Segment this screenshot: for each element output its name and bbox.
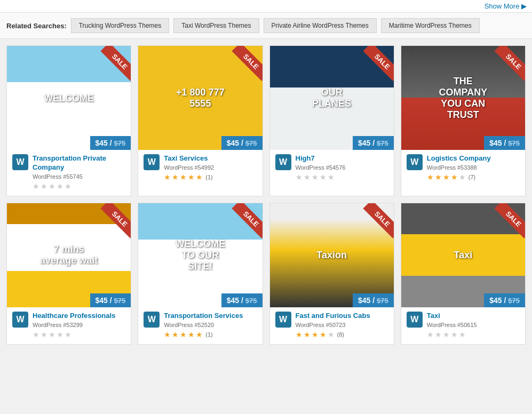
theme-card-card-6: WELCOME TO OUR SITE! $45 / $75 W Transpo… xyxy=(138,203,263,345)
original-price: $75 xyxy=(245,297,257,305)
star-4: ★ xyxy=(320,330,327,339)
card-title-link[interactable]: Taxi xyxy=(427,312,520,321)
theme-card-card-4: THE COMPANY YOU CAN TRUST $45 / $75 W Lo… xyxy=(401,45,526,196)
card-thumbnail[interactable]: +1 800 777 5555 $45 / $75 xyxy=(138,46,262,150)
review-count: (1) xyxy=(205,331,212,338)
card-title-link[interactable]: Logistics Company xyxy=(427,154,520,163)
card-thumbnail[interactable]: WELCOME TO OUR SITE! $45 / $75 xyxy=(138,203,262,307)
star-rating: ★★★★★ (7) xyxy=(427,173,520,181)
sale-price: $45 xyxy=(227,139,239,147)
search-tag-0[interactable]: Trucking WordPress Themes xyxy=(71,18,170,33)
star-rating: ★★★★★ xyxy=(33,330,125,339)
wordpress-icon: W xyxy=(144,312,160,328)
search-tag-3[interactable]: Maritime WordPress Themes xyxy=(381,18,480,33)
search-tag-2[interactable]: Private Airline WordPress Themes xyxy=(264,18,377,33)
wordpress-icon: W xyxy=(407,154,423,170)
theme-card-card-1: WELCOME $45 / $75 W Transportation Priva… xyxy=(6,45,131,196)
star-1: ★ xyxy=(164,330,171,339)
original-price: $75 xyxy=(377,297,388,305)
card-info: W Taxi WordPress #50615 ★★★★★ xyxy=(401,307,525,344)
original-price: $75 xyxy=(377,139,388,147)
card-meta: Logistics Company WordPress #53388 ★★★★★… xyxy=(427,154,520,181)
star-4: ★ xyxy=(451,330,458,339)
star-3: ★ xyxy=(180,330,187,339)
card-thumbnail[interactable]: Taxi $45 / $75 xyxy=(401,203,525,307)
price-separator: / xyxy=(110,139,114,147)
sale-price: $45 xyxy=(489,139,502,147)
wordpress-icon: W xyxy=(12,154,28,170)
price-tag: $45 / $75 xyxy=(90,136,131,150)
card-meta: Transportation Private Company WordPress… xyxy=(33,154,125,190)
star-5: ★ xyxy=(196,330,203,339)
card-info: W Logistics Company WordPress #53388 ★★★… xyxy=(401,150,525,187)
card-subtitle: WordPress #54992 xyxy=(164,164,257,171)
star-3: ★ xyxy=(312,330,319,339)
star-3: ★ xyxy=(49,330,55,339)
show-more-label: Show More xyxy=(485,2,520,10)
star-4: ★ xyxy=(188,173,195,181)
card-title-link[interactable]: Transportation Private Company xyxy=(33,154,125,172)
star-2: ★ xyxy=(172,173,179,181)
card-thumbnail[interactable]: 7 mins average wait $45 / $75 xyxy=(7,203,131,307)
show-more-link[interactable]: Show More ▶ xyxy=(485,2,527,10)
original-price: $75 xyxy=(114,297,126,305)
card-title-link[interactable]: High7 xyxy=(296,154,388,163)
star-5: ★ xyxy=(196,173,203,181)
card-title-link[interactable]: Taxi Services xyxy=(164,154,257,163)
star-rating: ★★★★★ (1) xyxy=(164,330,257,339)
sale-badge xyxy=(351,203,394,246)
star-4: ★ xyxy=(451,173,458,181)
card-meta: Transportation Services WordPress #52520… xyxy=(164,312,257,339)
original-price: $75 xyxy=(508,139,520,147)
price-tag: $45 / $75 xyxy=(221,293,263,307)
price-tag: $45 / $75 xyxy=(221,136,263,150)
search-tag-1[interactable]: Taxi WordPress Themes xyxy=(173,18,259,33)
star-5: ★ xyxy=(65,330,72,339)
card-title-link[interactable]: Healthcare Professionals xyxy=(33,312,125,321)
card-thumbnail[interactable]: Taxion $45 / $75 xyxy=(270,203,394,307)
card-info: W Transportation Private Company WordPre… xyxy=(7,150,131,196)
card-thumbnail[interactable]: OUR PLANES $45 / $75 xyxy=(270,46,394,150)
theme-grid: WELCOME $45 / $75 W Transportation Priva… xyxy=(0,39,532,351)
star-3: ★ xyxy=(180,173,187,181)
price-tag: $45 / $75 xyxy=(484,293,525,307)
card-meta: Healthcare Professionals WordPress #5329… xyxy=(33,312,125,339)
thumbnail-label: WELCOME xyxy=(44,92,94,104)
price-tag: $45 / $75 xyxy=(353,293,394,307)
star-rating: ★★★★★ (1) xyxy=(164,173,257,181)
theme-card-card-7: Taxion $45 / $75 W Fast and Furious Cabs… xyxy=(269,203,394,345)
thumbnail-label: OUR PLANES xyxy=(301,87,363,109)
star-1: ★ xyxy=(164,173,171,181)
card-thumbnail[interactable]: THE COMPANY YOU CAN TRUST $45 / $75 xyxy=(401,46,525,150)
wordpress-icon: W xyxy=(275,312,291,328)
card-subtitle: WordPress #50723 xyxy=(296,322,388,328)
related-searches-label: Related Searches: xyxy=(6,22,67,30)
star-2: ★ xyxy=(41,182,47,190)
original-price: $75 xyxy=(245,139,257,147)
card-info: W Taxi Services WordPress #54992 ★★★★★ (… xyxy=(138,150,262,187)
sale-price: $45 xyxy=(358,296,370,305)
top-bar: Show More ▶ xyxy=(0,0,532,13)
star-1: ★ xyxy=(296,330,303,339)
sale-badge xyxy=(482,46,525,89)
review-count: (7) xyxy=(469,174,475,180)
card-subtitle: WordPress #53388 xyxy=(427,164,520,171)
card-subtitle: WordPress #55745 xyxy=(33,173,125,180)
theme-card-card-3: OUR PLANES $45 / $75 W High7 WordPress #… xyxy=(269,45,394,196)
sale-price: $45 xyxy=(358,139,370,147)
star-1: ★ xyxy=(427,173,434,181)
sale-price: $45 xyxy=(96,296,108,305)
sale-price: $45 xyxy=(489,296,502,305)
star-4: ★ xyxy=(320,173,327,181)
card-thumbnail[interactable]: WELCOME $45 / $75 xyxy=(7,46,131,150)
review-count: (1) xyxy=(205,174,212,180)
star-rating: ★★★★★ (8) xyxy=(296,330,388,339)
star-2: ★ xyxy=(304,173,311,181)
card-title-link[interactable]: Transportation Services xyxy=(164,312,257,321)
star-1: ★ xyxy=(427,330,434,339)
star-rating: ★★★★★ xyxy=(427,330,520,339)
card-title-link[interactable]: Fast and Furious Cabs xyxy=(296,312,388,321)
star-5: ★ xyxy=(328,330,335,339)
price-separator: / xyxy=(241,139,245,147)
grid-row-2: 7 mins average wait $45 / $75 W Healthca… xyxy=(6,203,526,345)
